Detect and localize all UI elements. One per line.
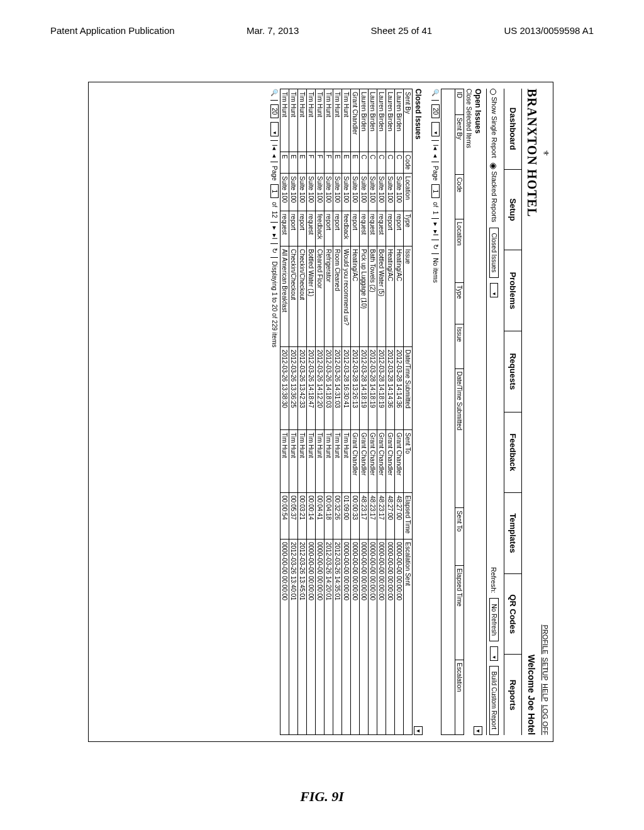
- closed-issues-table: Sent By Code Location Type Issue Date/Ti…: [280, 89, 413, 735]
- closed-col-elapsed[interactable]: Elapsed Time: [404, 493, 413, 540]
- table-row[interactable]: Tim HuntESuite 100reportCheckin/Checkout…: [298, 89, 307, 735]
- table-cell: 0000-00-00 00:00:00: [360, 540, 369, 735]
- figure-label: FIG. 9I: [0, 788, 644, 805]
- table-cell: Suite 100: [280, 174, 289, 211]
- table-row[interactable]: Grant ChandlerESuite 100reportHeating/AC…: [351, 89, 360, 735]
- table-cell: C: [386, 152, 395, 174]
- tab-setup[interactable]: Setup: [504, 170, 521, 251]
- table-cell: Tim Hunt: [333, 430, 342, 493]
- next-page-icon[interactable]: ▸: [270, 226, 279, 230]
- table-cell: Grant Chandler: [369, 430, 377, 493]
- refresh-value[interactable]: No Refresh: [489, 598, 499, 641]
- table-row[interactable]: Lauren BirdenCSuite 100requestBath Towel…: [369, 89, 377, 735]
- table-cell: 00:32:26: [333, 493, 342, 540]
- table-cell: E: [289, 152, 298, 174]
- build-custom-button[interactable]: Build Custom Report: [489, 666, 499, 735]
- table-cell: 0000-00-00 00:00:00: [316, 540, 325, 735]
- closed-col-datetime[interactable]: Date/Time Submitted: [404, 347, 413, 430]
- table-cell: Suite 100: [333, 174, 342, 211]
- refresh-icon[interactable]: ↻: [270, 248, 279, 253]
- closed-col-sentto[interactable]: Sent To: [404, 430, 413, 493]
- table-cell: Suite 100: [289, 174, 298, 211]
- table-row: [441, 89, 455, 735]
- table-cell: 0000-00-00 00:00:00: [351, 540, 360, 735]
- link-profile[interactable]: PROFILE: [541, 624, 549, 654]
- open-col-datetime[interactable]: Date/Time Submitted: [455, 368, 464, 507]
- radio-single-report[interactable]: [490, 89, 496, 95]
- last-page-icon[interactable]: ▸I: [270, 234, 279, 240]
- table-cell: 01:09:00: [342, 493, 351, 540]
- closed-collapse-icon[interactable]: ▾: [414, 726, 423, 735]
- table-cell: Tim Hunt: [316, 89, 325, 152]
- table-row[interactable]: Lauren BirdenCSuite 100reportHeating/AC2…: [395, 89, 404, 735]
- table-cell: Room Cleaned: [333, 246, 342, 347]
- open-page-num[interactable]: 1: [431, 184, 440, 198]
- closed-col-sentby[interactable]: Sent By: [404, 89, 413, 152]
- tab-templates[interactable]: Templates: [504, 493, 521, 574]
- pub-num: US 2013/0059598 A1: [504, 25, 594, 36]
- closed-col-issue[interactable]: Issue: [404, 246, 413, 347]
- tab-requests[interactable]: Requests: [504, 331, 521, 412]
- table-cell: 0000-00-00 00:00:00: [342, 540, 351, 735]
- table-cell: Tim Hunt: [307, 430, 316, 493]
- open-page-size[interactable]: 20: [431, 104, 440, 118]
- open-col-sentto[interactable]: Sent To: [455, 507, 464, 565]
- last-page-icon[interactable]: ▸I: [431, 230, 440, 236]
- open-col-location[interactable]: Location: [455, 219, 464, 282]
- link-help[interactable]: HELP: [541, 683, 549, 702]
- table-row[interactable]: Tim HuntFSuite 100requestBottled Water (…: [307, 89, 316, 735]
- link-setup[interactable]: SETUP: [541, 658, 549, 680]
- table-row[interactable]: Tim HuntESuite 100requestAll American Br…: [280, 89, 289, 735]
- open-col-sentby[interactable]: Sent By: [455, 114, 464, 174]
- table-row[interactable]: Lauren BirdenCSuite 100requestBottled Wa…: [377, 89, 386, 735]
- open-col-issue[interactable]: Issue: [455, 324, 464, 368]
- closed-col-type[interactable]: Type: [404, 211, 413, 246]
- open-col-escalation[interactable]: Escalation: [455, 660, 464, 735]
- table-cell: Tim Hunt: [342, 430, 351, 493]
- closed-col-code[interactable]: Code: [404, 152, 413, 174]
- closed-issues-button[interactable]: Closed Issues: [489, 228, 499, 279]
- table-cell: Bottled Water (5): [377, 246, 386, 347]
- patent-header: Patent Application Publication Mar. 7, 2…: [0, 0, 644, 42]
- open-col-code[interactable]: Code: [455, 174, 464, 219]
- radio-stacked-reports[interactable]: [490, 163, 496, 169]
- tab-dashboard[interactable]: Dashboard: [504, 89, 521, 170]
- closed-col-escalation[interactable]: Escalation Sent: [404, 540, 413, 735]
- refresh-dd[interactable]: [490, 646, 498, 661]
- closed-issues-dd[interactable]: [490, 283, 498, 297]
- open-col-type[interactable]: Type: [455, 282, 464, 324]
- table-row[interactable]: Tim HuntFSuite 100reportRefrigerator2012…: [325, 89, 333, 735]
- table-cell: Suite 100: [342, 174, 351, 211]
- tab-problems[interactable]: Problems: [504, 250, 521, 331]
- open-col-elapsed[interactable]: Elapsed Time: [455, 566, 464, 660]
- tab-qrcodes[interactable]: QR Codes: [504, 574, 521, 655]
- closed-page-size-dd[interactable]: [270, 122, 279, 136]
- first-page-icon[interactable]: I◂: [431, 145, 440, 150]
- open-pager-status: No items: [432, 258, 439, 282]
- table-row[interactable]: Lauren BirdenCSuite 100requestPick up Lu…: [360, 89, 369, 735]
- prev-page-icon[interactable]: ◂: [431, 154, 440, 158]
- tab-feedback[interactable]: Feedback: [504, 412, 521, 494]
- open-page-size-dd[interactable]: [431, 122, 440, 136]
- open-col-id[interactable]: ID: [455, 89, 464, 115]
- closed-page-size[interactable]: 20: [270, 104, 279, 118]
- tab-reports[interactable]: Reports: [504, 655, 521, 735]
- open-collapse-icon[interactable]: ▾: [474, 726, 482, 735]
- table-row[interactable]: Tim HuntESuite 100reportRoom Cleaned2012…: [333, 89, 342, 735]
- next-page-icon[interactable]: ▸: [431, 223, 440, 226]
- closed-col-location[interactable]: Location: [404, 174, 413, 211]
- search-icon[interactable]: 🔍: [271, 89, 278, 96]
- link-logoff[interactable]: LOG OFF: [541, 705, 549, 735]
- first-page-icon[interactable]: I◂: [270, 145, 279, 150]
- refresh-icon[interactable]: ↻: [431, 244, 440, 250]
- prev-page-icon[interactable]: ◂: [270, 154, 279, 158]
- table-cell: Tim Hunt: [333, 89, 342, 152]
- table-row[interactable]: Tim HuntESuite 100feedbackWould you reco…: [342, 89, 351, 735]
- closed-page-num[interactable]: 1: [270, 184, 279, 198]
- table-cell: 00:05:37: [289, 493, 298, 540]
- search-icon[interactable]: 🔍: [432, 89, 439, 96]
- table-row[interactable]: Lauren BirdenCSuite 100reportHeating/AC2…: [386, 89, 395, 735]
- table-cell: Heating/AC: [386, 246, 395, 347]
- table-row[interactable]: Tim HuntESuite 100reportCheckin/Checkout…: [289, 89, 298, 735]
- table-row[interactable]: Tim HuntFSuite 100feedbackCleaned Floor2…: [316, 89, 325, 735]
